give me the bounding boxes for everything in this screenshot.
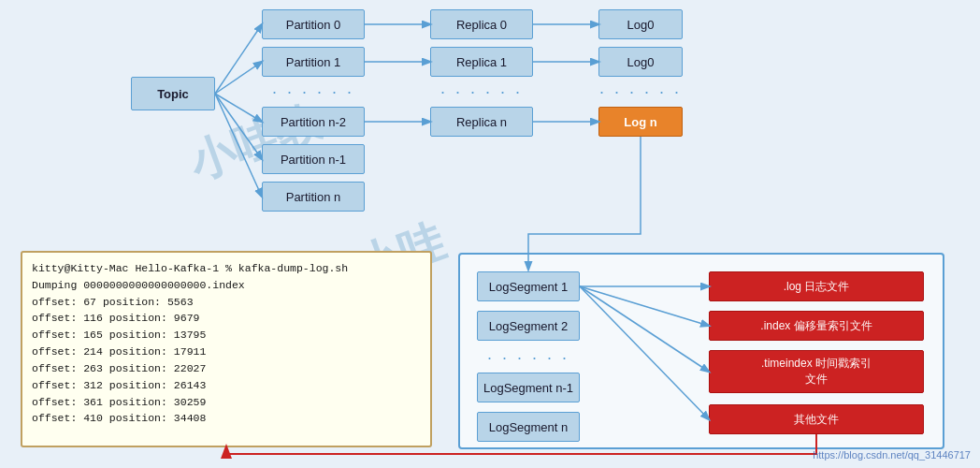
terminal-line-2: Dumping 0000000000000000000.index: [32, 277, 421, 294]
terminal-line-10: offset: 410 position: 34408: [32, 410, 421, 427]
timeindex-file-box: .timeindex 时间戳索引文件: [709, 350, 924, 393]
partition-dots: · · · · · ·: [262, 82, 365, 101]
terminal-line-5: offset: 165 position: 13795: [32, 327, 421, 344]
log-file-box: .log 日志文件: [709, 271, 924, 301]
terminal-line-3: offset: 67 position: 5563: [32, 294, 421, 311]
partition-n1-box: Partition n-1: [262, 144, 365, 174]
topic-box: Topic: [131, 77, 215, 110]
partition-1-box: Partition 1: [262, 47, 365, 77]
terminal-line-8: offset: 312 position: 26143: [32, 377, 421, 394]
logsegment-1-box: LogSegment 1: [477, 271, 580, 301]
logsegment-n1-box: LogSegment n-1: [477, 373, 580, 402]
terminal-box: kitty@Kitty-Mac Hello-Kafka-1 % kafka-du…: [21, 251, 432, 447]
svg-line-4: [215, 94, 262, 197]
logsegment-dots: · · · · · ·: [477, 348, 580, 367]
partition-n2-box: Partition n-2: [262, 107, 365, 137]
terminal-line-4: offset: 116 position: 9679: [32, 310, 421, 327]
svg-line-0: [215, 24, 262, 94]
logn-box: Log n: [598, 107, 683, 137]
url-text: https://blog.csdn.net/qq_31446717: [813, 449, 971, 461]
replica-0-box: Replica 0: [430, 9, 533, 39]
partition-n-box: Partition n: [262, 182, 365, 212]
svg-line-3: [215, 94, 262, 159]
terminal-line-6: offset: 214 position: 17911: [32, 344, 421, 360]
terminal-line-1: kitty@Kitty-Mac Hello-Kafka-1 % kafka-du…: [32, 260, 421, 277]
index-file-box: .index 偏移量索引文件: [709, 311, 924, 341]
replica-dots: · · · · · ·: [430, 82, 533, 101]
terminal-line-9: offset: 361 position: 30259: [32, 394, 421, 411]
replica-1-box: Replica 1: [430, 47, 533, 77]
terminal-line-7: offset: 263 position: 22027: [32, 360, 421, 377]
other-file-box: 其他文件: [709, 404, 924, 434]
partition-0-box: Partition 0: [262, 9, 365, 39]
log-dots: · · · · · ·: [598, 82, 683, 101]
log0a-box: Log0: [598, 9, 683, 39]
logsegment-2-box: LogSegment 2: [477, 311, 580, 341]
logsegment-n-box: LogSegment n: [477, 412, 580, 442]
replica-n-box: Replica n: [430, 107, 533, 137]
svg-line-2: [215, 94, 262, 122]
svg-line-1: [215, 62, 262, 94]
log0b-box: Log0: [598, 47, 683, 77]
